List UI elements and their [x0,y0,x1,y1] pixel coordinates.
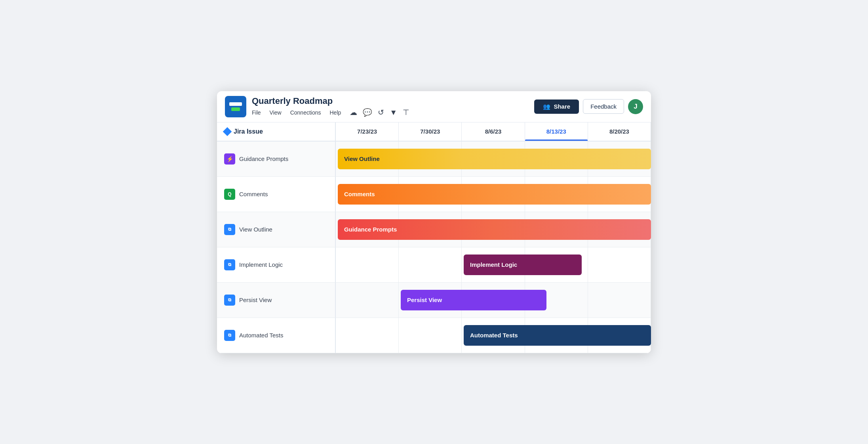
table-row: ⧉ Automated Tests Automated Tests [217,318,651,353]
bar-label: Implement Logic [470,261,517,268]
row-label-text: Persist View [239,297,272,303]
header-actions: 👥 Share Feedback J [534,99,643,114]
gantt-col-header: Jira Issue [217,122,336,141]
gantt-row-bars-5: Automated Tests [336,318,651,353]
row-label-text: Guidance Prompts [239,155,288,162]
col-div-4 [588,283,651,318]
gantt-header-row: Jira Issue 7/23/23 7/30/23 8/6/23 8/13/2… [217,122,651,142]
implement-logic-icon: ⧉ [224,259,235,270]
bar-label: Guidance Prompts [344,226,397,233]
view-outline-icon: ⧉ [224,224,235,235]
col-div-1 [399,318,462,353]
date-col-1: 7/30/23 [399,122,462,141]
row-label-text: View Outline [239,226,272,233]
gantt-container: Jira Issue 7/23/23 7/30/23 8/6/23 8/13/2… [217,122,651,353]
cloud-icon[interactable]: ☁ [350,108,357,117]
comments-icon: Q [224,189,235,200]
avatar[interactable]: J [628,99,643,114]
row-label-automated-tests: ⧉ Automated Tests [217,318,336,353]
table-row: ⧉ View Outline Guidance Prompts [217,212,651,247]
col-div-4 [588,247,651,282]
persist-view-icon: ⧉ [224,295,235,306]
gantt-row-bars-4: Persist View [336,283,651,318]
nav-icons: ☁ 💬 ↺ ▼ ⊤ [350,108,409,117]
gantt-row-bars-2: Guidance Prompts [336,212,651,247]
header: Quarterly Roadmap File View Connections … [217,91,651,122]
col-div-0 [336,283,399,318]
jira-diamond-icon [223,127,232,136]
row-label-text: Automated Tests [239,332,283,339]
history-icon[interactable]: ↺ [378,108,384,117]
gantt-bar-implement-logic[interactable]: Implement Logic [464,255,582,275]
gantt-row-bars-0: View Outline [336,142,651,176]
chat-icon[interactable]: 💬 [363,108,372,117]
bar-label: Comments [344,191,375,197]
share-icon: 👥 [543,103,550,110]
date-col-4: 8/20/23 [588,122,651,141]
clear-filter-icon[interactable]: ⊤ [403,108,409,117]
gantt-bar-comments[interactable]: Comments [338,184,651,205]
nav-connections[interactable]: Connections [290,109,321,116]
gantt-row-bars-1: Comments [336,177,651,212]
date-col-3: 8/13/23 [525,122,588,141]
row-label-text: Implement Logic [239,261,283,268]
gantt-bar-guidance-prompts[interactable]: Guidance Prompts [338,219,651,240]
gantt-bar-view-outline[interactable]: View Outline [338,149,651,169]
gantt-bar-automated-tests[interactable]: Automated Tests [464,325,651,346]
table-row: Q Comments Comments [217,177,651,212]
app-window: Quarterly Roadmap File View Connections … [217,91,651,353]
row-label-view-outline: ⧉ View Outline [217,212,336,247]
nav-help[interactable]: Help [329,109,341,116]
filter-icon[interactable]: ▼ [390,108,397,117]
bar-label: View Outline [344,155,380,162]
table-row: ⧉ Implement Logic Implement Logic [217,247,651,283]
logo-bar-top [229,102,242,106]
guidance-prompts-icon: ⚡ [224,153,235,165]
gantt-row-bars-3: Implement Logic [336,247,651,282]
share-label: Share [554,103,570,110]
gantt-bar-persist-view[interactable]: Persist View [401,290,546,310]
nav-menu: File View Connections Help ☁ 💬 ↺ ▼ ⊤ [252,108,525,117]
share-button[interactable]: 👥 Share [534,100,579,114]
feedback-button[interactable]: Feedback [583,99,624,114]
row-label-guidance-prompts: ⚡ Guidance Prompts [217,142,336,176]
row-label-implement-logic: ⧉ Implement Logic [217,247,336,282]
app-logo [225,96,246,117]
nav-file[interactable]: File [252,109,261,116]
row-label-text: Comments [239,191,268,197]
col-div-1 [399,247,462,282]
row-label-comments: Q Comments [217,177,336,212]
page-title: Quarterly Roadmap [252,96,525,106]
table-row: ⧉ Persist View Persist View [217,283,651,318]
bar-label: Automated Tests [470,332,518,339]
nav-view[interactable]: View [270,109,282,116]
col-div-0 [336,247,399,282]
header-title-area: Quarterly Roadmap File View Connections … [252,96,525,117]
date-col-0: 7/23/23 [336,122,399,141]
table-row: ⚡ Guidance Prompts View Outline [217,142,651,177]
row-label-persist-view: ⧉ Persist View [217,283,336,318]
bar-label: Persist View [407,297,442,303]
col-div-0 [336,318,399,353]
date-col-2: 8/6/23 [462,122,525,141]
gantt-dates-row: 7/23/23 7/30/23 8/6/23 8/13/23 8/20/23 [336,122,651,141]
gantt-label-header-text: Jira Issue [234,128,263,135]
logo-bar-bottom [231,107,240,111]
automated-tests-icon: ⧉ [224,330,235,341]
